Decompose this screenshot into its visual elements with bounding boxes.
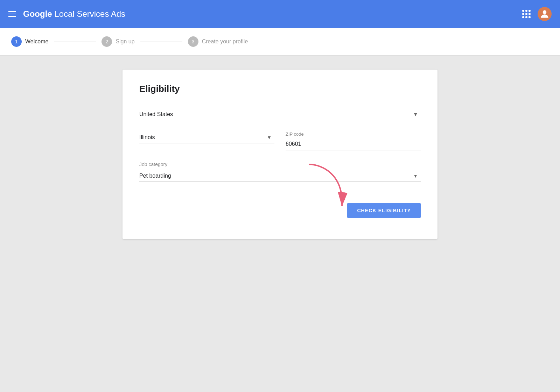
step-1-circle: 1	[11, 36, 22, 47]
job-category-select[interactable]: Pet boarding	[139, 170, 421, 182]
main-content: Eligibility United States ▼ Illinois ▼	[0, 56, 560, 253]
step-3-label: Create your profile	[202, 38, 248, 45]
state-field-group: Illinois ▼	[139, 131, 274, 150]
job-category-field-group: Job category Pet boarding ▼	[139, 162, 421, 182]
stepper: 1 Welcome 2 Sign up 3 Create your profil…	[0, 28, 560, 56]
state-select-wrapper: Illinois ▼	[139, 131, 274, 143]
button-area: CHECK ELIGIBILITY	[139, 203, 421, 218]
zip-field-group: ZIP code	[286, 131, 421, 150]
state-select[interactable]: Illinois	[139, 131, 274, 143]
header: Google Local Services Ads	[0, 0, 560, 28]
step-1-label: Welcome	[25, 38, 48, 45]
app-title: Google Local Services Ads	[23, 9, 125, 19]
hamburger-menu-icon[interactable]	[8, 11, 16, 17]
zip-label: ZIP code	[286, 131, 421, 137]
step-3: 3 Create your profile	[188, 36, 248, 47]
header-right	[522, 7, 552, 21]
step-2: 2 Sign up	[102, 36, 134, 47]
step-3-circle: 3	[188, 36, 198, 47]
step-1: 1 Welcome	[11, 36, 48, 47]
svg-point-0	[543, 10, 547, 14]
step-connector-1	[54, 42, 96, 42]
step-connector-2	[140, 42, 182, 42]
apps-grid-icon[interactable]	[522, 10, 531, 18]
card-title: Eligibility	[139, 84, 421, 94]
eligibility-card: Eligibility United States ▼ Illinois ▼	[122, 70, 438, 239]
header-left: Google Local Services Ads	[8, 9, 125, 19]
country-field-group: United States ▼	[139, 108, 421, 120]
check-eligibility-button[interactable]: CHECK ELIGIBILITY	[347, 203, 421, 218]
step-2-label: Sign up	[115, 38, 134, 45]
title-google: Google	[23, 9, 52, 19]
zip-input[interactable]	[286, 138, 421, 150]
title-rest: Local Services Ads	[52, 9, 125, 19]
job-category-label: Job category	[139, 162, 421, 167]
step-2-circle: 2	[102, 36, 112, 47]
user-avatar[interactable]	[538, 7, 552, 21]
state-zip-row: Illinois ▼ ZIP code	[139, 131, 421, 150]
job-category-select-wrapper: Pet boarding ▼	[139, 170, 421, 182]
country-select[interactable]: United States	[139, 108, 421, 120]
country-select-wrapper: United States ▼	[139, 108, 421, 120]
